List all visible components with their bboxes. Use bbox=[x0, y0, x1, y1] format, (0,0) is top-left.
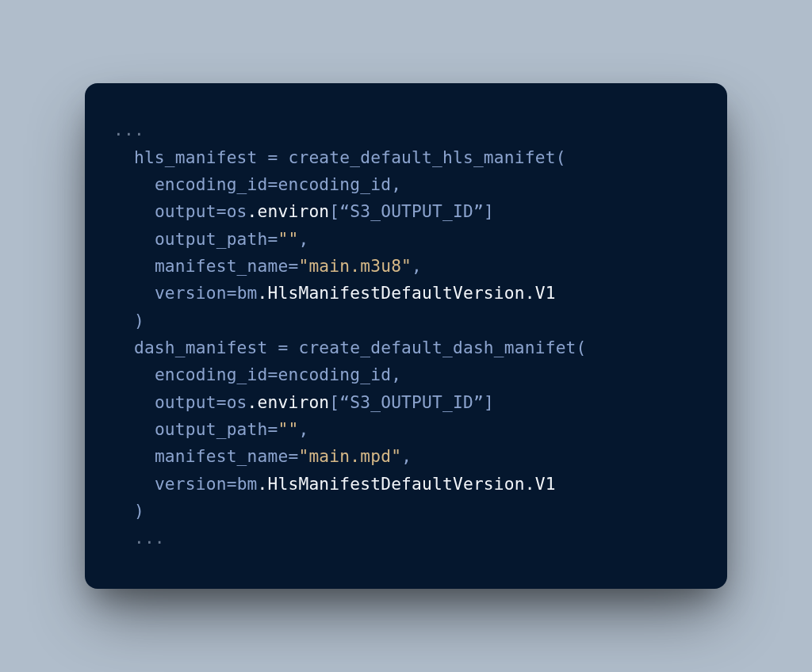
equals-char: = bbox=[268, 365, 278, 384]
open-paren: ( bbox=[556, 147, 566, 167]
comma: , bbox=[391, 174, 401, 194]
equals-char: = bbox=[288, 446, 298, 466]
bm-token: bm bbox=[237, 474, 258, 494]
bracket-open: [ bbox=[329, 392, 339, 412]
dash-fn-name: create_default_dash_manifet bbox=[298, 338, 576, 357]
equals-char: = bbox=[268, 174, 278, 194]
equals-char: = bbox=[216, 392, 227, 412]
v1-token: V1 bbox=[535, 283, 556, 303]
code-block: ... hls_manifest = create_default_hls_ma… bbox=[113, 116, 699, 552]
close-paren: ) bbox=[134, 311, 144, 330]
dot: . bbox=[247, 392, 258, 412]
bracket-close: ] bbox=[484, 201, 494, 221]
param-manifest-name: manifest_name bbox=[155, 446, 289, 466]
equals-char: = bbox=[288, 256, 298, 276]
environ-token: environ bbox=[258, 201, 330, 221]
code-snippet-card: ... hls_manifest = create_default_hls_ma… bbox=[85, 83, 727, 589]
param-version: version bbox=[155, 283, 227, 303]
comma: , bbox=[391, 365, 401, 384]
open-paren: ( bbox=[576, 338, 587, 357]
dot: . bbox=[525, 283, 535, 303]
dot: . bbox=[525, 474, 535, 494]
param-manifest-name: manifest_name bbox=[155, 256, 289, 276]
param-version: version bbox=[155, 474, 227, 494]
ellipsis-top: ... bbox=[113, 120, 144, 139]
empty-string: "" bbox=[278, 229, 299, 249]
dot: . bbox=[258, 474, 268, 494]
param-output-path: output_path bbox=[155, 419, 268, 439]
dot: . bbox=[247, 201, 258, 221]
hls-assign-lhs: hls_manifest bbox=[134, 147, 268, 167]
value-encoding-id: encoding_id bbox=[278, 365, 392, 384]
environ-token: environ bbox=[258, 392, 330, 412]
hls-version-class: HlsManifestDefaultVersion bbox=[268, 474, 525, 494]
close-paren: ) bbox=[134, 501, 144, 521]
param-encoding-id: encoding_id bbox=[155, 365, 268, 384]
hls-manifest-name-value: "main.m3u8" bbox=[298, 256, 412, 276]
bracket-open: [ bbox=[329, 201, 339, 221]
comma: , bbox=[298, 419, 308, 439]
hls-fn-name: create_default_hls_manifet bbox=[288, 147, 555, 167]
bm-token: bm bbox=[237, 283, 258, 303]
os-token: os bbox=[227, 392, 247, 412]
param-encoding-id: encoding_id bbox=[155, 174, 268, 194]
equals-char: = bbox=[268, 419, 278, 439]
comma: , bbox=[412, 256, 422, 276]
hls-version-class: HlsManifestDefaultVersion bbox=[268, 283, 525, 303]
param-output-path: output_path bbox=[155, 229, 268, 249]
dash-manifest-name-value: "main.mpd" bbox=[298, 446, 401, 466]
dash-assign-lhs: dash_manifest bbox=[134, 338, 278, 357]
s3-output-id: “S3_OUTPUT_ID” bbox=[339, 201, 484, 221]
os-token: os bbox=[227, 201, 247, 221]
equals-sign: = bbox=[278, 338, 299, 357]
ellipsis-bottom: ... bbox=[134, 528, 165, 548]
equals-char: = bbox=[227, 474, 237, 494]
comma: , bbox=[298, 229, 308, 249]
comma: , bbox=[401, 446, 412, 466]
param-output: output bbox=[155, 392, 216, 412]
equals-sign: = bbox=[268, 147, 289, 167]
equals-char: = bbox=[268, 229, 278, 249]
bracket-close: ] bbox=[484, 392, 494, 412]
value-encoding-id: encoding_id bbox=[278, 174, 392, 194]
dot: . bbox=[258, 283, 268, 303]
s3-output-id: “S3_OUTPUT_ID” bbox=[339, 392, 484, 412]
equals-char: = bbox=[227, 283, 237, 303]
equals-char: = bbox=[216, 201, 227, 221]
v1-token: V1 bbox=[535, 474, 556, 494]
empty-string: "" bbox=[278, 419, 299, 439]
param-output: output bbox=[155, 201, 216, 221]
